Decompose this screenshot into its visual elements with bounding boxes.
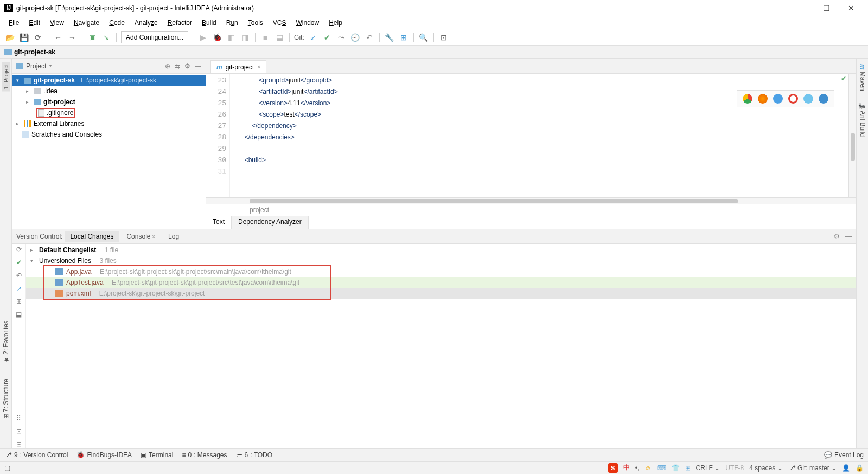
unversioned-file-app-java[interactable]: App.java E:\project-sk\git-project-sk\gi… [26,266,856,277]
editor-subtab-text[interactable]: Text [206,216,232,229]
edge-icon[interactable] [819,94,828,104]
diff-icon[interactable]: ↗ [16,285,22,292]
tree-node-idea[interactable]: ▸ .idea [12,86,206,97]
lock-icon[interactable]: 🔒 [856,464,864,472]
opera-icon[interactable] [788,94,798,104]
run-icon[interactable]: ▶ [197,32,208,43]
unversioned-file-apptest-java[interactable]: AppTest.java E:\project-sk\git-project-s… [26,277,856,288]
revert-icon[interactable]: ↶ [16,272,22,279]
back-icon[interactable]: ← [53,32,63,43]
gear-icon[interactable]: ⚙ [834,233,840,240]
changelist-default[interactable]: ▸ Default Changelist 1 file [26,245,856,255]
shelve-icon[interactable]: ⬓ [16,311,22,318]
run-config-combo[interactable]: Add Configuration... [121,31,188,43]
ime-punct-icon[interactable]: •, [635,464,640,472]
vc-tab-local-changes[interactable]: Local Changes [65,231,119,242]
project-view-selector[interactable]: Project [26,62,162,70]
changes-tree[interactable]: ▸ Default Changelist 1 file ▾ Unversione… [26,244,856,448]
toolwin-terminal[interactable]: ▣ Terminal [141,451,173,459]
tree-node-git-project[interactable]: ▸ git-project [12,97,206,107]
toolwin-todo[interactable]: ≔ 6: TODO [236,451,273,459]
collapse-icon[interactable]: ⊟ [16,440,22,448]
refresh-icon[interactable]: ⟳ [16,246,22,253]
ime-tool-icon[interactable]: 👕 [672,464,680,472]
debug-icon[interactable]: 🐞 [212,32,222,43]
tree-node-root[interactable]: ▾ git-project-sk E:\project-sk\git-proje… [12,75,206,86]
toolwin-version-control[interactable]: ⎇ 9: Version Control [4,451,68,459]
menu-run[interactable]: Run [222,18,242,28]
vc-tab-log[interactable]: Log [163,231,184,242]
sogou-ime-icon[interactable]: S [608,463,618,473]
project-tree[interactable]: ▾ git-project-sk E:\project-sk\git-proje… [12,74,206,229]
menu-build[interactable]: Build [197,18,221,28]
menu-edit[interactable]: Edit [24,18,44,28]
coverage-icon[interactable]: ◧ [226,32,237,43]
file-encoding[interactable]: UTF-8 [725,464,744,472]
save-icon[interactable]: 💾 [18,32,29,43]
inspection-ok-icon[interactable]: ✔ [841,75,846,82]
editor-tab-git-project[interactable]: m git-project × [210,60,266,73]
toolwin-ant-tab[interactable]: 🐜 Ant Build [858,100,867,139]
more-icon[interactable]: ⊡ [438,32,449,43]
git-compare-icon[interactable]: ⤳ [336,32,347,43]
toolwin-findbugs[interactable]: 🐞 FindBugs-IDEA [76,451,132,459]
event-log[interactable]: 💬 Event Log [824,451,864,459]
inspector-hector-icon[interactable]: 👤 [842,464,850,472]
ie-icon[interactable] [803,94,813,104]
profile-icon[interactable]: ◨ [240,32,251,43]
changelist-unversioned[interactable]: ▾ Unversioned Files 3 files [26,255,856,266]
maximize-button[interactable]: ☐ [818,4,834,12]
menu-vcs[interactable]: VCS [269,18,291,28]
safari-icon[interactable] [773,94,783,104]
firefox-icon[interactable] [758,94,768,104]
toolwin-project-tab[interactable]: 1: Project [2,62,10,91]
menu-view[interactable]: View [46,18,68,28]
git-history-icon[interactable]: 🕘 [350,32,361,43]
editor-subtab-dependency-analyzer[interactable]: Dependency Analyzer [232,216,309,229]
breadcrumb-root[interactable]: git-project-sk [14,48,55,56]
menu-code[interactable]: Code [105,18,129,28]
changelist-icon[interactable]: ⊞ [16,298,22,305]
group-icon[interactable]: ⠿ [16,414,21,422]
toolwin-messages[interactable]: ≡ 0: Messages [182,451,227,459]
menu-refactor[interactable]: Refactor [163,18,196,28]
git-commit-icon[interactable]: ✔ [322,32,333,43]
hide-icon[interactable]: — [195,62,201,70]
quick-panel-icon[interactable]: ▢ [4,464,15,472]
target-icon[interactable]: ⊕ [165,62,170,70]
sync-icon[interactable]: ⟳ [33,32,43,43]
open-icon[interactable]: 📂 [4,32,15,43]
chrome-icon[interactable] [743,94,752,104]
ime-grid-icon[interactable]: ⊞ [685,464,691,472]
menu-tools[interactable]: Tools [244,18,267,28]
forward-icon[interactable]: → [67,32,78,43]
line-separator[interactable]: CRLF ⌄ [696,464,720,472]
wrench-icon[interactable]: 🔧 [384,32,395,43]
menu-navigate[interactable]: Navigate [69,18,104,28]
menu-analyze[interactable]: Analyze [130,18,162,28]
close-tab-icon[interactable]: × [257,64,260,70]
commit-icon[interactable]: ✔ [16,259,22,266]
ime-emoji-icon[interactable]: ☺ [644,464,651,472]
close-button[interactable]: ✕ [843,4,859,12]
tree-node-gitignore[interactable]: .gitignore [12,107,206,118]
git-branch[interactable]: ⎇ Git: master ⌄ [788,464,837,472]
editor-breadcrumb[interactable]: project [206,204,856,215]
tree-node-scratches[interactable]: Scratches and Consoles [12,129,206,140]
toolwin-favorites-tab[interactable]: ★ 2: Favorites [1,318,11,366]
git-update-icon[interactable]: ↙ [308,32,318,43]
minimize-button[interactable]: — [793,4,809,12]
ime-mode-icon[interactable]: 中 [623,463,630,472]
menu-file[interactable]: File [4,18,23,28]
toolwin-maven-tab[interactable]: m Maven [858,62,867,93]
stop2-icon[interactable]: ⬓ [274,32,285,43]
gear-icon[interactable]: ⚙ [184,62,190,70]
horizontal-scrollbar[interactable] [206,197,856,204]
stop-icon[interactable]: ■ [260,32,271,43]
menu-help[interactable]: Help [324,18,347,28]
indent-info[interactable]: 4 spaces ⌄ [749,464,782,472]
git-revert-icon[interactable]: ↶ [364,32,375,43]
collapse-icon[interactable]: ⇆ [175,62,180,70]
hide-panel-icon[interactable]: — [845,233,852,240]
toolwin-structure-tab[interactable]: ⊞ 7: Structure [1,376,11,421]
